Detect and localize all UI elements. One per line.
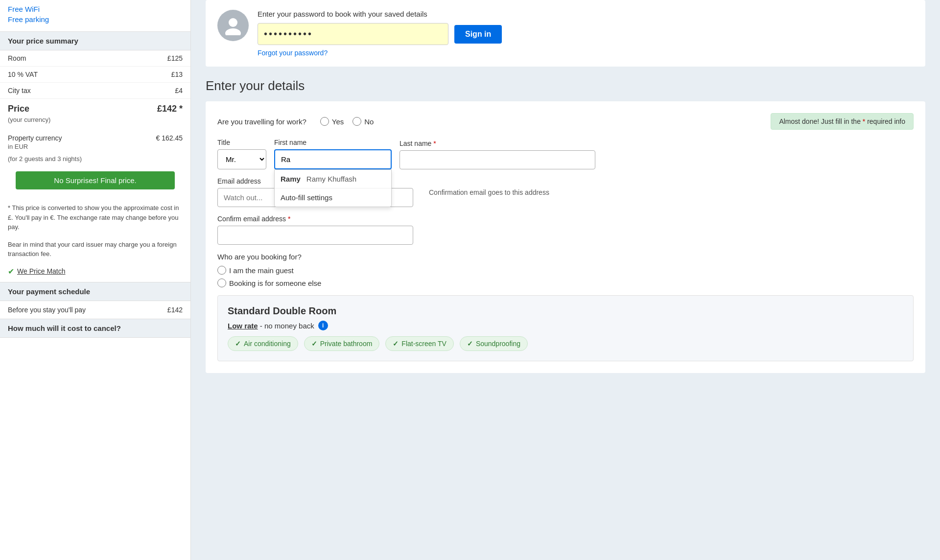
forgot-password-link[interactable]: Forgot your password? bbox=[258, 49, 914, 57]
signin-prompt: Enter your password to book with your sa… bbox=[258, 10, 914, 18]
avatar bbox=[217, 10, 249, 41]
amenity-air-conditioning: ✓ Air conditioning bbox=[228, 336, 298, 351]
low-rate-bold[interactable]: Low rate bbox=[228, 322, 258, 330]
autocomplete-dropdown: Ramy Ramy Khuffash Auto-fill settings bbox=[274, 169, 392, 207]
low-rate-text: Low rate - no money back bbox=[228, 322, 314, 330]
no-surprises-label: No Surprises! bbox=[54, 176, 98, 185]
price-match-row: ✔ We Price Match bbox=[0, 263, 190, 282]
yes-radio[interactable] bbox=[320, 117, 329, 126]
room-label: Room bbox=[8, 54, 26, 62]
signin-right: Enter your password to book with your sa… bbox=[258, 10, 914, 57]
almost-done-badge: Almost done! Just fill in the * required… bbox=[771, 113, 914, 130]
title-select[interactable]: Mr. Mrs. Ms. Dr. Prof. bbox=[217, 149, 266, 169]
svg-point-0 bbox=[229, 18, 237, 27]
amenity-label-4: Soundproofing bbox=[476, 340, 520, 348]
vat-label: 10 % VAT bbox=[8, 70, 38, 78]
enter-details-title: Enter your details bbox=[206, 78, 925, 93]
booking-radio-row: I am the main guest Booking is for someo… bbox=[217, 266, 914, 287]
password-input[interactable] bbox=[258, 23, 448, 45]
final-price-label: Final price. bbox=[100, 176, 136, 185]
property-currency-value: € 162.45 bbox=[156, 134, 183, 142]
no-radio[interactable] bbox=[352, 117, 361, 126]
city-tax-label: City tax bbox=[8, 87, 31, 94]
room-price: £125 bbox=[167, 54, 183, 62]
price-note: * This price is converted to show you th… bbox=[0, 199, 190, 236]
free-wifi-link[interactable]: Free WiFi bbox=[8, 5, 183, 13]
title-field-group: Title Mr. Mrs. Ms. Dr. Prof. bbox=[217, 139, 266, 169]
name-row: Title Mr. Mrs. Ms. Dr. Prof. First name bbox=[217, 139, 914, 169]
before-stay-row: Before you stay you'll pay £142 bbox=[0, 301, 190, 319]
autocomplete-name-bold: Ramy bbox=[281, 175, 301, 183]
someone-else-radio-label[interactable]: Booking is for someone else bbox=[217, 279, 914, 287]
firstname-wrapper: Ramy Ramy Khuffash Auto-fill settings bbox=[274, 149, 392, 169]
required-text: required info bbox=[867, 117, 905, 125]
firstname-input[interactable] bbox=[274, 149, 392, 169]
confirm-email-label: Confirm email address * bbox=[217, 215, 914, 223]
signin-section: Enter your password to book with your sa… bbox=[206, 0, 925, 67]
price-total-row: Price £142 * bbox=[0, 99, 190, 116]
email-note: Confirmation email goes to this address bbox=[429, 188, 549, 196]
free-parking-link[interactable]: Free parking bbox=[8, 15, 183, 23]
lastname-required-star: * bbox=[433, 140, 436, 147]
confirm-email-required: * bbox=[288, 215, 290, 223]
avatar-icon bbox=[223, 16, 243, 35]
yes-radio-label[interactable]: Yes bbox=[320, 117, 344, 126]
work-travel-row: Are you travelling for work? Yes No Almo… bbox=[217, 113, 914, 130]
amenity-flat-screen-tv: ✓ Flat-screen TV bbox=[385, 336, 454, 351]
no-radio-label[interactable]: No bbox=[352, 117, 374, 126]
amenity-soundproofing: ✓ Soundproofing bbox=[460, 336, 528, 351]
firstname-label: First name bbox=[274, 139, 392, 146]
amenity-label-2: Private bathroom bbox=[320, 340, 373, 348]
confirm-email-field-group: Confirm email address * bbox=[217, 215, 914, 245]
city-tax-price: £4 bbox=[175, 87, 183, 94]
main-content: Enter your password to book with your sa… bbox=[191, 0, 940, 560]
svg-point-1 bbox=[225, 28, 241, 35]
vat-price-row: 10 % VAT £13 bbox=[0, 67, 190, 83]
sidebar-top: Free WiFi Free parking bbox=[0, 0, 190, 32]
before-stay-amount: £142 bbox=[167, 306, 183, 314]
main-guest-radio-label[interactable]: I am the main guest bbox=[217, 266, 914, 275]
almost-done-text: Almost done! Just fill in the bbox=[779, 117, 861, 125]
amenity-check-icon-1: ✓ bbox=[235, 340, 241, 348]
city-tax-price-row: City tax £4 bbox=[0, 83, 190, 99]
amenities-row: ✓ Air conditioning ✓ Private bathroom ✓ … bbox=[228, 336, 903, 351]
room-price-row: Room £125 bbox=[0, 50, 190, 67]
yes-label: Yes bbox=[332, 117, 344, 126]
confirm-email-input[interactable] bbox=[217, 226, 413, 245]
property-currency-row: Property currency € 162.45 bbox=[0, 130, 190, 143]
before-stay-label: Before you stay you'll pay bbox=[8, 306, 86, 314]
lastname-label: Last name * bbox=[400, 140, 595, 147]
price-match-check-icon: ✔ bbox=[8, 267, 14, 276]
nights-note: (for 2 guests and 3 nights) bbox=[0, 154, 190, 166]
vat-price: £13 bbox=[171, 70, 183, 78]
someone-else-radio[interactable] bbox=[217, 279, 226, 287]
no-surprises-button[interactable]: No Surprises! Final price. bbox=[16, 171, 175, 189]
amenity-private-bathroom: ✓ Private bathroom bbox=[304, 336, 380, 351]
low-rate-row: Low rate - no money back i bbox=[228, 321, 903, 330]
amenity-check-icon-3: ✓ bbox=[393, 340, 399, 348]
price-match-text[interactable]: We Price Match bbox=[17, 267, 66, 275]
info-icon[interactable]: i bbox=[318, 321, 328, 330]
firstname-field-group: First name Ramy Ramy Khuffash Auto-fill … bbox=[274, 139, 392, 169]
autocomplete-item-ramy[interactable]: Ramy Ramy Khuffash bbox=[275, 170, 391, 188]
someone-else-label: Booking is for someone else bbox=[229, 279, 321, 287]
property-currency-sub: in EUR bbox=[0, 143, 190, 154]
required-star: * bbox=[863, 117, 867, 125]
details-form: Are you travelling for work? Yes No Almo… bbox=[206, 101, 925, 373]
amenity-check-icon-2: ✓ bbox=[311, 340, 317, 348]
main-guest-label: I am the main guest bbox=[229, 266, 294, 275]
work-travel-left: Are you travelling for work? Yes No bbox=[217, 117, 374, 126]
autocomplete-full-name: Ramy Khuffash bbox=[306, 175, 356, 183]
price-summary-header: Your price summary bbox=[0, 32, 190, 50]
work-travel-question: Are you travelling for work? bbox=[217, 117, 306, 126]
low-rate-rest: - no money back bbox=[260, 322, 314, 330]
room-title: Standard Double Room bbox=[228, 305, 903, 317]
lastname-input[interactable] bbox=[400, 150, 595, 169]
no-surprises-container: No Surprises! Final price. bbox=[0, 171, 190, 199]
price-currency-note: (your currency) bbox=[0, 116, 190, 125]
cancel-header: How much will it cost to cancel? bbox=[0, 319, 190, 338]
autocomplete-settings-item[interactable]: Auto-fill settings bbox=[275, 188, 391, 207]
room-section: Standard Double Room Low rate - no money… bbox=[217, 295, 914, 361]
main-guest-radio[interactable] bbox=[217, 266, 226, 275]
signin-button[interactable]: Sign in bbox=[454, 25, 502, 44]
